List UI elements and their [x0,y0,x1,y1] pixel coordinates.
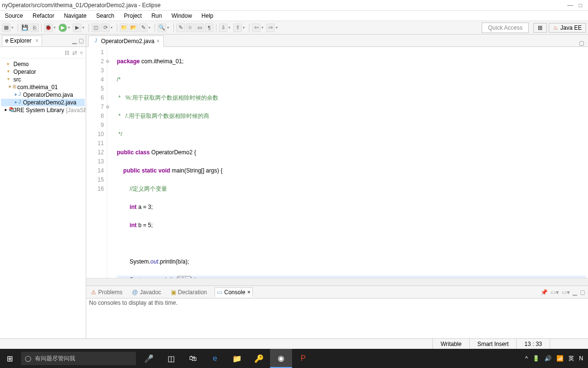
debug-icon[interactable]: 🐞 [44,23,53,32]
menu-project[interactable]: Project [119,12,147,19]
explorer-tab[interactable]: e Explorer × [2,35,42,46]
new-pkg-icon[interactable]: 📁 [120,23,128,32]
back-icon[interactable]: ⇦ [252,23,260,32]
status-bar: Writable Smart Insert 13 : 33 [0,338,588,349]
minimize-view-icon[interactable]: ▁ [72,37,77,44]
link-editor-icon[interactable]: ⇄ [72,49,77,56]
min-view-icon[interactable]: ▁ [573,289,577,296]
view-menu-icon[interactable]: ▿ [80,49,83,56]
editor-tab-operatordemo2[interactable]: J OperatorDemo2.java × [88,35,164,47]
menu-refactor[interactable]: Refactor [28,12,59,19]
console-icon: ▭ [217,289,222,296]
tree-package[interactable]: ▾ ⊞ com.itheima_01 [1,83,85,91]
close-tab-icon[interactable]: × [156,38,159,45]
javaee-perspective-button[interactable]: ♨ Java EE [549,23,586,33]
library-icon: ▸ 📚 [5,107,11,114]
console-output: No consoles to display at this time. [86,299,588,338]
next-annot-icon[interactable]: ⇩ [219,23,227,32]
search-icon[interactable]: 🔍 [158,23,166,32]
project-tree[interactable]: ▸ Demo ▾ Operator ▾ src ▾ ⊞ com.itheima_… [0,58,86,116]
declaration-icon: ▣ [171,289,176,296]
javadoc-tab[interactable]: @ Javadoc [130,288,163,297]
new-server-icon[interactable]: ◫ [91,23,100,32]
package-icon: ▾ ⊞ [9,84,15,91]
tree-jre-library[interactable]: ▸ 📚 JRE System Library [JavaSE-1.7] [1,106,85,114]
menu-search[interactable]: Search [91,12,119,19]
tray-up-icon[interactable]: ^ [525,355,528,362]
prev-annot-icon[interactable]: ⇧ [233,23,242,32]
problems-icon: ⚠ [91,289,96,296]
menu-run[interactable]: Run [147,12,167,19]
mic-icon[interactable]: 🎤 [138,349,160,368]
editor-pane: J OperatorDemo2.java × ▢ 1 2 3 4 5 6 7 8… [86,34,588,338]
run-ext-icon[interactable]: ▶ [73,23,81,32]
edge-icon[interactable]: e [204,349,226,368]
menu-help[interactable]: Help [197,12,218,19]
app1-icon[interactable]: 🔑 [248,349,270,368]
tree-file-2[interactable]: ▸ J OperatorDemo2.java [1,99,85,106]
main-toolbar: ▦▾ 💾 ⎘ 🐞▾ ▶▾ ▶▾ ◫ ⟳▾ 📁 📂 ✎▾ 🔍▾ ✎ ☆ ▭ ¶ ⇩… [0,21,588,34]
cortana-icon: ◯ [25,355,31,362]
open-type-icon[interactable]: 📂 [129,23,138,32]
task-view-icon[interactable]: ◫ [160,349,182,368]
wifi-icon[interactable]: 📶 [556,355,564,362]
menu-source[interactable]: Source [0,12,28,19]
folder-icon: ▾ [5,76,11,83]
line-number-gutter: 1 2 3 4 5 6 7 8 9 10 11 12 13 14 15 16 [86,47,107,278]
status-writable: Writable [432,339,469,349]
volume-icon[interactable]: 🔊 [544,355,552,362]
folding-ruler[interactable] [107,47,115,278]
powerpoint-icon[interactable]: P [292,349,314,368]
maximize-editor-icon[interactable]: ▢ [575,40,588,46]
start-button[interactable]: ⊞ [0,354,19,363]
console-tab[interactable]: ▭ Console × [215,288,253,297]
java-file-icon: ▸ J [14,92,21,98]
toggle-mark-icon[interactable]: ✎ [176,23,185,32]
quick-access-input[interactable]: Quick Access [482,23,529,33]
declaration-tab[interactable]: ▣ Declaration [169,288,209,297]
tree-project-operator[interactable]: ▾ Operator [1,68,85,76]
horizontal-scrollbar[interactable] [86,278,588,286]
run-icon[interactable]: ▶ [58,23,67,32]
battery-icon[interactable]: 🔋 [532,355,540,362]
minimize-button[interactable]: — [567,2,573,9]
maximize-view-icon[interactable]: ▢ [79,37,84,44]
block-select-icon[interactable]: ▭ [195,23,204,32]
code-editor[interactable]: 1 2 3 4 5 6 7 8 9 10 11 12 13 14 15 16 [86,47,588,278]
collapse-all-icon[interactable]: ⊟ [65,49,69,56]
close-icon[interactable]: × [35,37,39,44]
show-ws-icon[interactable]: ¶ [205,23,214,32]
javaee-icon: ♨ [553,24,558,31]
forward-icon[interactable]: ⇨ [266,23,275,32]
title-bar: nyOperator/src/com/itheima_01/OperatorDe… [0,0,588,11]
new-icon[interactable]: ▦ [2,23,11,32]
menu-window[interactable]: Window [167,12,197,19]
explorer-icon[interactable]: 📁 [226,349,248,368]
java-file-icon: ▸ J [14,99,21,106]
save-icon[interactable]: 💾 [21,23,29,32]
close-icon[interactable]: × [247,289,250,296]
refresh-icon[interactable]: ⟳ [101,23,110,32]
store-icon[interactable]: 🛍 [182,349,204,368]
code-area[interactable]: package com.itheima_01; /* * %:用于获取两个数据相… [115,47,588,278]
annotation-icon[interactable]: ☆ [186,23,194,32]
tree-project-demo[interactable]: ▸ Demo [1,60,85,68]
ime-indicator[interactable]: 英 [568,355,574,363]
menu-navigate[interactable]: Navigate [59,12,91,19]
problems-tab[interactable]: ⚠ Problems [89,288,124,297]
open-console-icon[interactable]: ▭▾ [562,289,570,296]
status-insert-mode: Smart Insert [469,339,516,349]
save-all-icon[interactable]: ⎘ [30,23,39,32]
pin-console-icon[interactable]: 📌 [541,289,548,296]
max-view-icon[interactable]: ▢ [580,289,585,296]
maximize-button[interactable]: □ [579,2,582,9]
project-icon: ▸ [5,61,11,68]
open-perspective-button[interactable]: ⊞ [533,23,547,33]
wizard-icon[interactable]: ✎ [139,23,147,32]
ime-indicator-2[interactable]: N [579,355,583,362]
display-console-icon[interactable]: ▭▾ [551,289,559,296]
tree-src-folder[interactable]: ▾ src [1,76,85,83]
eclipse-app-icon[interactable]: ◉ [270,349,292,368]
cortana-search[interactable]: ◯ 有问题尽管问我 [21,352,136,365]
tree-file-1[interactable]: ▸ J OperatorDemo.java [1,91,85,99]
